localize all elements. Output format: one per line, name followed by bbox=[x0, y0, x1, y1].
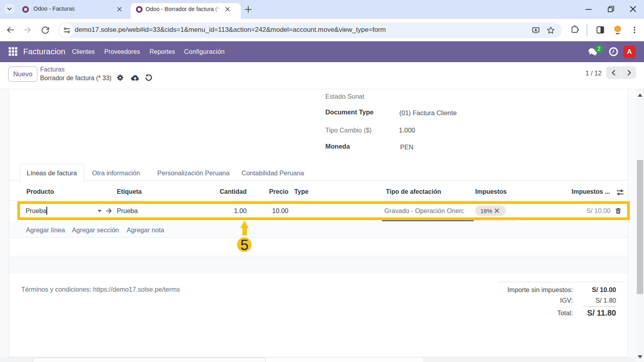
svg-text:5: 5 bbox=[240, 237, 249, 253]
